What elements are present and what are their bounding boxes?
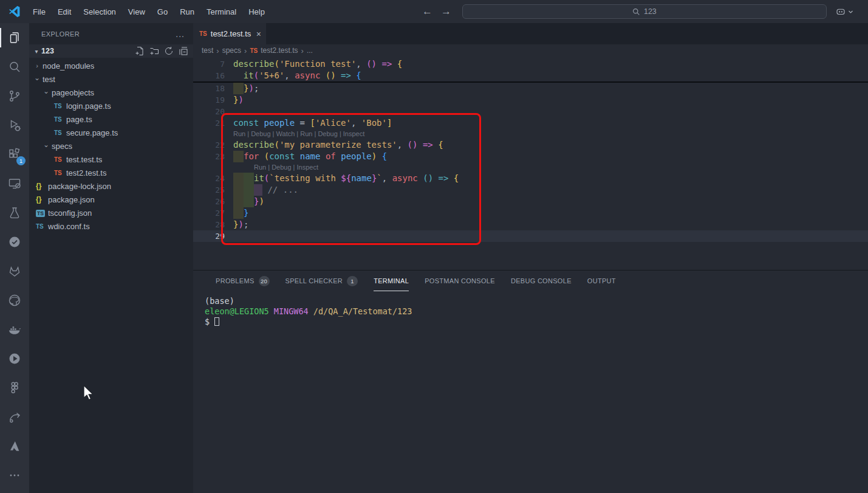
- code-token: }: [233, 94, 238, 106]
- codelens-actions[interactable]: Run | Debug | Inspect: [193, 162, 868, 173]
- tree-item-specs[interactable]: ⌄specs: [29, 139, 193, 153]
- activity-item-remote-explorer[interactable]: [0, 169, 29, 198]
- activity-item-test-results[interactable]: [0, 227, 29, 257]
- close-icon[interactable]: ×: [256, 29, 261, 39]
- menu-run[interactable]: Run: [174, 5, 200, 19]
- new-folder-button[interactable]: [149, 46, 159, 56]
- terminal-output[interactable]: (base)eleon@LEGION5 MINGW64 /d/QA_A/Test…: [193, 291, 868, 327]
- activity-item-run-debug[interactable]: [0, 111, 29, 140]
- tab-test2-test-ts[interactable]: TS test2.test.ts ×: [193, 23, 266, 44]
- tree-item-package-json[interactable]: {}package.json: [29, 193, 193, 206]
- menubar: FileEditSelectionViewGoRunTerminalHelp: [27, 5, 270, 19]
- code-line-22[interactable]: 22describe('my parameterize tests', () =…: [193, 139, 868, 151]
- tree-item-package-lock-json[interactable]: {}package-lock.json: [29, 179, 193, 193]
- gitlab-icon: [7, 264, 22, 278]
- activity-item-more[interactable]: [0, 461, 29, 490]
- tree-item-test2-test-ts[interactable]: TStest2.test.ts: [29, 166, 193, 179]
- braces-file-icon: {}: [36, 182, 48, 190]
- code-line-28[interactable]: 28});: [193, 219, 868, 230]
- code-line-23[interactable]: 23for (const name of people) {: [193, 151, 868, 162]
- panel-tab-terminal[interactable]: TERMINAL: [374, 271, 409, 291]
- tree-item-test[interactable]: ⌄test: [29, 72, 193, 86]
- activity-item-github[interactable]: [0, 286, 29, 315]
- activity-item-source-control[interactable]: [0, 81, 29, 111]
- nav-forward-button[interactable]: →: [441, 5, 451, 18]
- menu-selection[interactable]: Selection: [78, 5, 121, 19]
- activity-item-azure[interactable]: [0, 432, 29, 461]
- code-line-24[interactable]: 24it(`testing with ${name}`, async () =>…: [193, 173, 868, 184]
- nav-back-button[interactable]: ←: [422, 5, 432, 18]
- copilot-menu-button[interactable]: [835, 6, 853, 17]
- code-token: [336, 151, 341, 162]
- panel-tab-spell-checker[interactable]: SPELL CHECKER1: [285, 271, 358, 291]
- editor-tab-bar: TS test2.test.ts ×: [193, 23, 868, 44]
- code-line-25[interactable]: 25 // ...: [193, 184, 868, 196]
- panel-tab-output[interactable]: OUTPUT: [587, 271, 616, 291]
- activity-item-docker[interactable]: [0, 315, 29, 344]
- breadcrumb-item-test2-test-ts[interactable]: test2.test.ts: [261, 46, 298, 55]
- tree-item-login-page-ts[interactable]: TSlogin.page.ts: [29, 99, 193, 112]
- code-line-16[interactable]: 16 it('5+6', async () => {: [193, 70, 868, 81]
- codelens-actions[interactable]: Run | Debug | Watch | Run | Debug | Insp…: [193, 129, 868, 139]
- code-editor[interactable]: 7describe('Function test', () => {16 it(…: [193, 57, 868, 247]
- code-token: ;: [254, 83, 259, 94]
- panel-tab-label: OUTPUT: [587, 277, 616, 284]
- code-line-27[interactable]: 27}: [193, 207, 868, 219]
- code-line-29[interactable]: 29: [193, 230, 868, 242]
- code-token: (): [326, 70, 336, 81]
- breadcrumb-item-test[interactable]: test: [202, 46, 213, 55]
- collapse-all-button[interactable]: [179, 46, 188, 56]
- activity-item-extensions[interactable]: 1: [0, 140, 29, 169]
- workspace-section-header[interactable]: ▾ 123: [29, 44, 193, 58]
- menu-go[interactable]: Go: [152, 5, 173, 19]
- activity-item-explorer[interactable]: [0, 23, 29, 52]
- activity-item-quokka[interactable]: [0, 402, 29, 432]
- code-token: [262, 184, 267, 196]
- breadcrumb-item-specs[interactable]: specs: [222, 46, 241, 55]
- explorer-actions: [135, 46, 188, 56]
- line-number: 29: [193, 230, 225, 242]
- titlebar: FileEditSelectionViewGoRunTerminalHelp ←…: [0, 0, 868, 23]
- menu-view[interactable]: View: [123, 5, 151, 19]
- tree-item-secure-page-ts[interactable]: TSsecure.page.ts: [29, 126, 193, 139]
- panel-tab-postman-console[interactable]: POSTMAN CONSOLE: [425, 271, 495, 291]
- code-line-18[interactable]: 18});: [193, 83, 868, 94]
- terminal-cursor: [214, 317, 219, 326]
- code-tour-icon: [7, 351, 22, 366]
- code-line-7[interactable]: 7describe('Function test', () => {: [193, 58, 868, 70]
- tree-item-node-modules[interactable]: ›node_modules: [29, 59, 193, 72]
- activity-item-gitlab[interactable]: [0, 257, 29, 286]
- command-center-search[interactable]: 123: [462, 4, 827, 19]
- tree-item-test-test-ts[interactable]: TStest.test.ts: [29, 153, 193, 166]
- panel-tab-debug-console[interactable]: DEBUG CONSOLE: [511, 271, 572, 291]
- activity-item-code-tour[interactable]: [0, 344, 29, 373]
- new-file-button[interactable]: [135, 46, 145, 56]
- code-token: describe: [233, 58, 274, 70]
- tree-item-pageobjects[interactable]: ⌄pageobjects: [29, 86, 193, 99]
- code-token: it: [254, 173, 264, 184]
- menu-edit[interactable]: Edit: [52, 5, 77, 19]
- activity-item-testing[interactable]: [0, 198, 29, 227]
- tree-item-label: page.ts: [66, 115, 92, 124]
- menu-help[interactable]: Help: [243, 5, 270, 19]
- chevron-right-icon: ›: [32, 62, 43, 69]
- activity-item-search[interactable]: [0, 52, 29, 81]
- panel-tab-label: POSTMAN CONSOLE: [425, 277, 495, 284]
- panel-tab-problems[interactable]: PROBLEMS20: [216, 271, 270, 291]
- sidebar-more-actions-button[interactable]: ...: [176, 29, 185, 39]
- tree-item-page-ts[interactable]: TSpage.ts: [29, 112, 193, 126]
- code-line-26[interactable]: 26}): [193, 196, 868, 207]
- line-number: 27: [193, 207, 225, 219]
- code-line-21[interactable]: 21const people = ['Alice', 'Bob']: [193, 117, 868, 129]
- code-line-19[interactable]: 19}): [193, 94, 868, 106]
- ts-orange-file-icon: TS: [54, 170, 66, 176]
- menu-file[interactable]: File: [27, 5, 51, 19]
- github-icon: [7, 293, 22, 308]
- activity-item-figma[interactable]: [0, 373, 29, 402]
- tree-item-wdio-conf-ts[interactable]: TSwdio.conf.ts: [29, 219, 193, 233]
- breadcrumb-item--[interactable]: ...: [307, 46, 313, 55]
- menu-terminal[interactable]: Terminal: [201, 5, 242, 19]
- refresh-button[interactable]: [164, 46, 174, 56]
- tree-item-tsconfig-json[interactable]: TStsconfig.json: [29, 206, 193, 219]
- code-line-20[interactable]: 20: [193, 106, 868, 117]
